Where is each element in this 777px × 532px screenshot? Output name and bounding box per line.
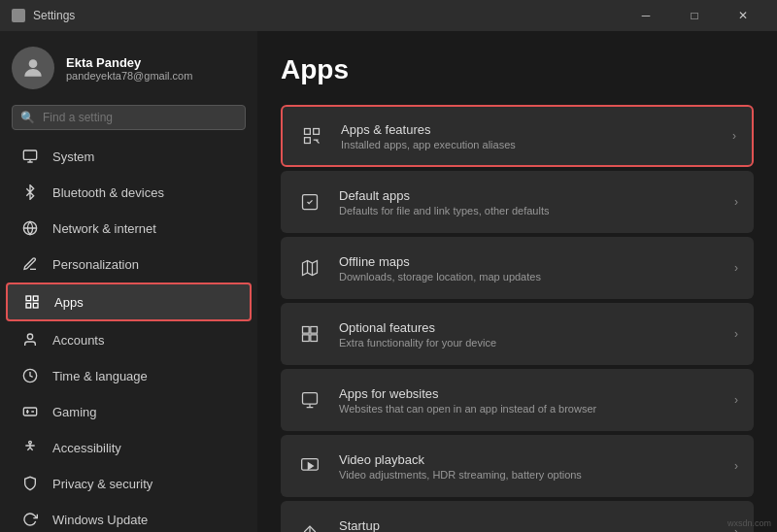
sidebar-item-bluetooth[interactable]: Bluetooth & devices — [6, 175, 252, 210]
setting-description: Installed apps, app execution aliases — [341, 139, 717, 150]
setting-description: Video adjustments, HDR streaming, batter… — [339, 469, 719, 481]
bluetooth-icon — [21, 183, 39, 201]
sidebar-item-network[interactable]: Network & internet — [6, 211, 252, 246]
setting-description: Downloads, storage location, map updates — [339, 271, 719, 283]
apps-icon — [23, 293, 41, 311]
sidebar-item-label: Windows Update — [52, 513, 148, 527]
startup-icon — [296, 518, 323, 532]
main-container: Ekta Pandey pandeyekta78@gmail.com 🔍 Sys… — [0, 31, 777, 532]
accounts-icon — [21, 331, 39, 349]
svg-rect-4 — [33, 296, 38, 301]
apps-websites-icon — [296, 386, 323, 414]
sidebar-item-label: System — [52, 150, 94, 164]
svg-rect-20 — [303, 335, 310, 342]
window-controls: ─ □ ✕ — [624, 0, 765, 31]
settings-list: Apps & features Installed apps, app exec… — [281, 105, 754, 532]
optional-features-icon — [296, 320, 323, 348]
nav-list: System Bluetooth & devices Network & int… — [0, 138, 257, 532]
svg-rect-21 — [311, 335, 318, 342]
time-icon — [21, 367, 39, 384]
setting-title: Apps for websites — [339, 386, 719, 401]
user-info: Ekta Pandey pandeyekta78@gmail.com — [66, 55, 192, 82]
close-button[interactable]: ✕ — [721, 0, 765, 31]
chevron-right-icon: › — [734, 393, 738, 407]
sidebar-item-label: Gaming — [52, 405, 97, 419]
sidebar-item-gaming[interactable]: Gaming — [6, 394, 252, 429]
svg-marker-15 — [303, 261, 318, 276]
svg-rect-6 — [33, 303, 38, 308]
setting-item-default-apps[interactable]: Default apps Defaults for file and link … — [281, 171, 754, 233]
sidebar-item-system[interactable]: System — [6, 139, 252, 174]
svg-rect-5 — [26, 303, 31, 308]
maximize-button[interactable]: □ — [672, 0, 717, 31]
apps-features-icon — [298, 122, 325, 150]
setting-item-offline-maps[interactable]: Offline maps Downloads, storage location… — [281, 237, 754, 299]
search-box[interactable]: 🔍 — [12, 105, 246, 130]
sidebar-item-apps[interactable]: Apps — [6, 283, 252, 321]
sidebar-item-label: Time & language — [52, 369, 148, 383]
sidebar: Ekta Pandey pandeyekta78@gmail.com 🔍 Sys… — [0, 31, 257, 532]
sidebar-item-label: Apps — [54, 295, 84, 310]
svg-rect-11 — [305, 129, 311, 135]
watermark: wxsdn.com — [727, 518, 771, 528]
chevron-right-icon: › — [734, 327, 738, 341]
setting-item-video-playback[interactable]: Video playback Video adjustments, HDR st… — [281, 435, 754, 497]
search-input[interactable] — [43, 111, 237, 124]
setting-text-default-apps: Default apps Defaults for file and link … — [339, 188, 719, 216]
sidebar-item-accessibility[interactable]: Accessibility — [6, 430, 252, 465]
sidebar-item-label: Accessibility — [52, 441, 121, 455]
personalization-icon — [21, 255, 39, 273]
svg-rect-9 — [23, 408, 36, 416]
setting-item-startup[interactable]: Startup Apps that start automatically wh… — [281, 501, 754, 532]
setting-text-video-playback: Video playback Video adjustments, HDR st… — [339, 452, 719, 481]
sidebar-item-accounts[interactable]: Accounts — [6, 322, 252, 357]
minimize-button[interactable]: ─ — [624, 0, 668, 31]
svg-rect-12 — [314, 129, 320, 135]
accessibility-icon — [21, 439, 39, 456]
svg-point-0 — [29, 59, 38, 68]
user-email: pandeyekta78@gmail.com — [66, 70, 192, 82]
gaming-icon — [21, 403, 39, 420]
search-container: 🔍 — [0, 101, 257, 138]
setting-item-apps-features[interactable]: Apps & features Installed apps, app exec… — [281, 105, 754, 167]
sidebar-item-label: Network & internet — [52, 221, 156, 236]
search-icon: 🔍 — [20, 111, 35, 124]
sidebar-item-privacy[interactable]: Privacy & security — [6, 466, 252, 501]
content-area: Apps Apps & features Installed apps, app… — [257, 31, 777, 532]
settings-app-icon — [12, 9, 25, 22]
user-profile[interactable]: Ekta Pandey pandeyekta78@gmail.com — [0, 31, 257, 101]
setting-title: Offline maps — [339, 254, 719, 269]
svg-rect-22 — [303, 393, 318, 405]
title-bar-left: Settings — [12, 9, 75, 22]
chevron-right-icon: › — [734, 261, 738, 275]
setting-text-apps-websites: Apps for websites Websites that can open… — [339, 386, 719, 415]
setting-text-startup: Startup Apps that start automatically wh… — [339, 518, 719, 533]
sidebar-item-windows-update[interactable]: Windows Update — [6, 502, 252, 532]
setting-description: Extra functionality for your device — [339, 337, 719, 349]
sidebar-item-label: Bluetooth & devices — [52, 185, 164, 200]
sidebar-item-time[interactable]: Time & language — [6, 358, 252, 393]
sidebar-item-label: Personalization — [52, 257, 139, 272]
video-playback-icon — [296, 452, 323, 480]
chevron-right-icon: › — [734, 195, 738, 209]
setting-text-offline-maps: Offline maps Downloads, storage location… — [339, 254, 719, 283]
svg-rect-1 — [23, 150, 36, 159]
setting-text-optional-features: Optional features Extra functionality fo… — [339, 320, 719, 349]
setting-item-apps-websites[interactable]: Apps for websites Websites that can open… — [281, 369, 754, 431]
svg-rect-13 — [305, 138, 311, 144]
svg-rect-18 — [303, 327, 310, 334]
offline-maps-icon — [296, 254, 323, 282]
chevron-right-icon: › — [734, 459, 738, 473]
setting-description: Defaults for file and link types, other … — [339, 205, 719, 216]
svg-point-10 — [29, 441, 32, 444]
sidebar-item-personalization[interactable]: Personalization — [6, 247, 252, 282]
system-icon — [21, 148, 39, 165]
setting-title: Startup — [339, 518, 719, 533]
sidebar-item-label: Accounts — [52, 333, 104, 348]
page-title: Apps — [281, 54, 754, 85]
windows-update-icon — [21, 511, 39, 528]
privacy-icon — [21, 475, 39, 492]
svg-rect-3 — [26, 296, 31, 301]
setting-item-optional-features[interactable]: Optional features Extra functionality fo… — [281, 303, 754, 365]
avatar — [12, 47, 54, 89]
